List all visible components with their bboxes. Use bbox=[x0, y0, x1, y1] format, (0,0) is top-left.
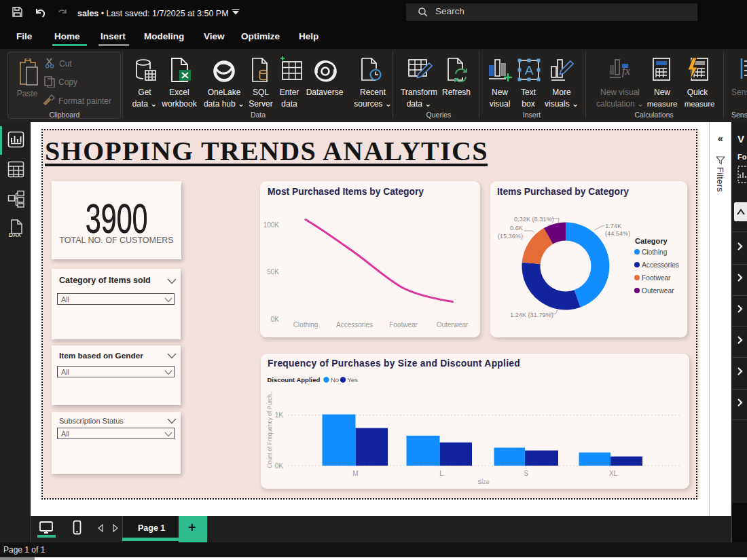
svg-text:Outerwear: Outerwear bbox=[642, 287, 674, 295]
svg-text:Clothing: Clothing bbox=[293, 321, 318, 329]
svg-text:1.74K: 1.74K bbox=[605, 223, 622, 229]
svg-text:Category: Category bbox=[635, 237, 668, 245]
svg-text:(15.36%): (15.36%) bbox=[498, 233, 523, 240]
svg-text:Count of Frequency of Purch..: Count of Frequency of Purch.. bbox=[266, 391, 273, 468]
svg-text:(44.54%): (44.54%) bbox=[605, 230, 630, 237]
svg-text:Size: Size bbox=[477, 479, 490, 485]
svg-text:fx: fx bbox=[622, 64, 631, 77]
svg-text:A: A bbox=[525, 63, 534, 77]
svg-text:0K: 0K bbox=[275, 462, 284, 470]
svg-text:Accessories: Accessories bbox=[642, 261, 679, 269]
svg-text:XL: XL bbox=[609, 470, 618, 477]
svg-text:0.6K: 0.6K bbox=[510, 225, 524, 231]
svg-text:DAX: DAX bbox=[9, 231, 21, 238]
svg-text:100K: 100K bbox=[263, 221, 280, 229]
svg-text:No: No bbox=[331, 376, 339, 384]
svg-text:Yes: Yes bbox=[348, 376, 359, 384]
svg-text:Clothing: Clothing bbox=[642, 248, 668, 256]
svg-text:Accessories: Accessories bbox=[336, 321, 373, 329]
svg-text:1.24K (31.79%): 1.24K (31.79%) bbox=[510, 312, 553, 318]
svg-text:50K: 50K bbox=[267, 268, 279, 276]
svg-text:S: S bbox=[524, 470, 528, 477]
svg-text:0.32K (8.31%): 0.32K (8.31%) bbox=[514, 216, 554, 223]
svg-text:Discount Applied: Discount Applied bbox=[268, 376, 321, 384]
svg-text:Outerwear: Outerwear bbox=[437, 321, 469, 329]
svg-text:L: L bbox=[439, 470, 443, 477]
svg-text:M: M bbox=[352, 470, 358, 477]
svg-text:Footwear: Footwear bbox=[642, 274, 671, 282]
svg-text:0K: 0K bbox=[271, 316, 280, 323]
svg-text:Footwear: Footwear bbox=[389, 321, 418, 329]
svg-text:1K: 1K bbox=[275, 411, 284, 419]
